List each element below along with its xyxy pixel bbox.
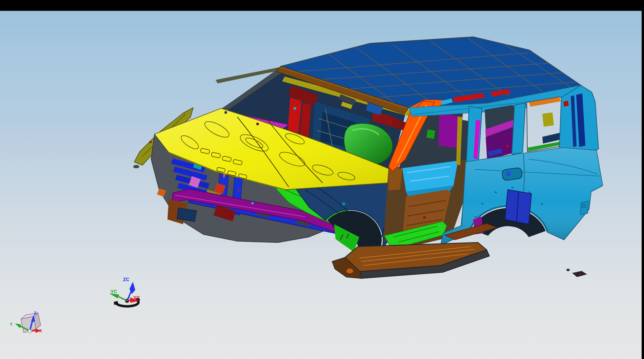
- wcs-z-label[interactable]: ZC: [123, 277, 129, 282]
- hood-hinge-dot-1: [224, 111, 227, 114]
- view-y-label[interactable]: Y: [10, 322, 13, 327]
- fender-teal-grommet: [342, 202, 345, 206]
- wcs-x-label[interactable]: XC: [133, 295, 140, 300]
- left-fender-tip-shadow: [133, 165, 139, 168]
- hood-hinge-dot-2: [256, 123, 259, 125]
- right-chrome-bar: [642, 0, 644, 359]
- d-pillar-assembly[interactable]: [559, 85, 599, 154]
- application-window: ZC YC XC Z Y X: [0, 0, 644, 359]
- wcs-y-label[interactable]: YC: [110, 289, 117, 294]
- floor-red-speck: [423, 216, 426, 219]
- cargo-red-speck: [506, 145, 508, 148]
- loose-part-bracket[interactable]: [572, 271, 587, 277]
- board-orange-bump: [346, 269, 353, 273]
- loose-part-red: [580, 273, 581, 275]
- view-origin-ball[interactable]: [28, 330, 32, 333]
- door-handle-blue[interactable]: [506, 171, 511, 176]
- structure-red-dot: [238, 190, 240, 191]
- wcs-y-shaft[interactable]: [119, 297, 127, 301]
- rear-step-bracket: [580, 201, 588, 215]
- view-triad[interactable]: Z Y X: [10, 311, 42, 333]
- quarter-window[interactable]: [527, 97, 563, 152]
- car-model[interactable]: [133, 37, 603, 278]
- model-canvas[interactable]: ZC YC XC Z Y X: [0, 11, 642, 359]
- door-green-bit: [426, 129, 435, 139]
- loose-part-dot[interactable]: [566, 269, 570, 271]
- wcs-triad[interactable]: ZC YC XC: [109, 277, 140, 306]
- d-pillar-red-bit: [563, 101, 569, 107]
- view-y-arrowhead[interactable]: [15, 323, 21, 328]
- quarter-olive-bracket[interactable]: [542, 112, 554, 127]
- view-x-label[interactable]: X: [39, 329, 42, 333]
- top-chrome-bar: [0, 0, 644, 11]
- rear-door-window[interactable]: [485, 105, 515, 160]
- ws-cyan-dot: [294, 107, 296, 110]
- structure-cyan-dot: [251, 202, 254, 205]
- view-z-label[interactable]: Z: [34, 311, 36, 316]
- hanging-navy-box[interactable]: [177, 208, 197, 221]
- loose-parts[interactable]: [566, 269, 587, 277]
- graphics-viewport[interactable]: ZC YC XC Z Y X: [0, 11, 642, 359]
- left-fender-red-clip: [149, 141, 152, 143]
